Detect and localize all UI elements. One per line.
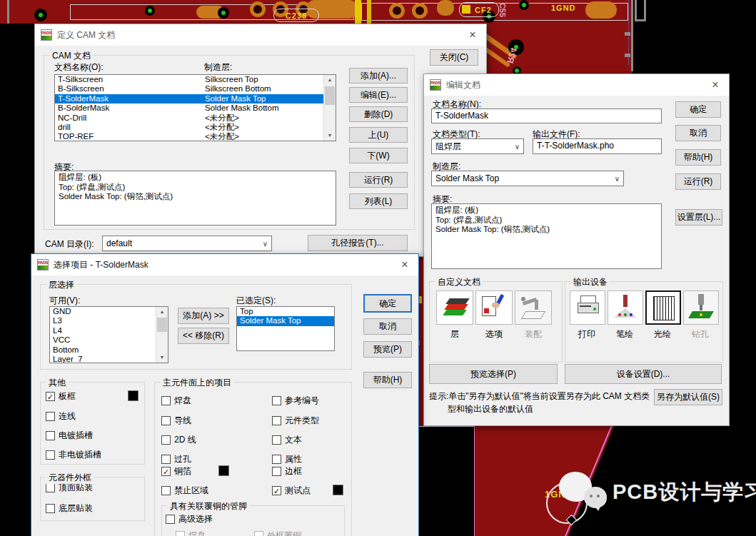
chevron-down-icon[interactable]: ∨ [611,175,623,183]
doc-name-input[interactable]: T-SolderMask [431,108,662,123]
add-layer-button[interactable]: 添加(A) >> [178,308,229,324]
pen-plot-device-button[interactable] [608,290,643,325]
list-item[interactable]: L3 [50,316,168,325]
output-file-input[interactable]: T-T-SolderMask.pho [533,138,662,154]
checkbox-box[interactable] [166,515,175,524]
print-device-button[interactable] [570,290,605,325]
list-button[interactable]: 列表(L) [349,193,408,209]
checkbox-box[interactable] [272,396,281,405]
help-button[interactable]: 帮助(H) [363,372,412,388]
checkbox-border[interactable]: 边框 [272,465,302,477]
checkbox-board-outline[interactable]: ✓ 板框 [46,390,76,403]
checkbox-box[interactable] [272,435,281,445]
list-item[interactable]: Top [237,307,334,316]
close-button[interactable]: 关闭(C) [430,49,478,66]
checkbox-box[interactable] [46,483,55,492]
list-item[interactable]: VCC [50,335,168,345]
checkbox-box[interactable]: ✓ [272,486,281,495]
available-list-scrollbar[interactable]: ▴ ▾ [156,307,168,363]
checkbox-box[interactable] [161,396,171,405]
cancel-button[interactable]: 取消 [675,125,721,141]
cam-doc-row[interactable]: NC-Drill<未分配> [55,113,336,123]
preview-button[interactable]: 预览(P) [363,341,412,358]
device-setup-button[interactable]: 设备设置(D)... [565,364,722,384]
list-item[interactable]: GND [50,307,168,316]
list-item[interactable]: Bottom [50,345,168,355]
help-button[interactable]: 帮助(H) [675,149,721,166]
add-button[interactable]: 添加(A)... [349,68,408,84]
drill-device-button[interactable] [683,290,719,325]
assembly-doc-button[interactable] [515,290,552,325]
scroll-up-icon[interactable]: ▴ [156,307,168,317]
close-icon[interactable]: × [465,29,480,41]
checkbox-box[interactable] [176,531,185,536]
checkbox-ref-designator[interactable]: 参考编号 [272,395,319,407]
cam-doc-row-selected[interactable]: T-SolderMaskSolder Mask Top [55,94,336,103]
list-item-selected[interactable]: Solder Mask Top [237,316,334,325]
checkbox-box[interactable] [46,504,55,513]
preview-select-button[interactable]: 预览选择(P) [429,364,558,384]
checkbox-outline-copper-disabled[interactable]: 外框覆铜 [254,530,301,536]
checkbox-box[interactable]: ✓ [161,467,171,476]
cam-dir-combo[interactable]: default ∨ [102,236,272,251]
checkbox-traces[interactable]: 导线 [161,415,191,427]
checkbox-copper[interactable]: ✓ 铜箔 [161,465,191,477]
delete-button[interactable]: 删除(D) [349,106,408,122]
checkbox-attributes[interactable]: 属性 [272,453,302,465]
checkbox-part-type[interactable]: 元件类型 [272,415,319,427]
select-items-titlebar[interactable]: PADS 选择项目 - T-SolderMask × [31,254,418,275]
checkbox-text[interactable]: 文本 [272,434,302,446]
scroll-up-icon[interactable]: ▴ [324,75,336,85]
checkbox-box[interactable] [161,435,171,445]
checkbox-keepout[interactable]: 禁止区域 [161,485,208,497]
remove-layer-button[interactable]: << 移除(R) [178,328,229,344]
cam-doc-row[interactable]: TOP-REF<未分配> [55,132,336,141]
doc-type-combo[interactable]: 阻焊层 ∨ [431,138,524,154]
checkbox-box[interactable]: ✓ [46,392,55,401]
define-cam-titlebar[interactable]: PADS 定义 CAM 文档 × [35,24,486,46]
checkbox-vias[interactable]: 过孔 [161,453,191,465]
chevron-down-icon[interactable]: ∨ [511,143,523,151]
checkbox-box[interactable] [272,416,281,425]
checkbox-testpoints[interactable]: ✓ 测试点 [272,485,311,497]
checkbox-plated-slots[interactable]: 电镀插槽 [46,430,93,442]
checkbox-advanced-select[interactable]: 高级选择 [166,513,213,525]
checkbox-box[interactable] [46,450,55,460]
cam-doc-row[interactable]: B-SolderMaskSolder Mask Bottom [55,103,336,113]
checkbox-box[interactable] [161,416,171,425]
edit-button[interactable]: 编辑(E)... [349,87,408,103]
doc-list-scrollbar[interactable]: ▴ ▾ [323,75,336,141]
ok-button[interactable]: 确定 [363,294,412,313]
cam-doc-row[interactable]: drill<未分配> [55,123,336,132]
aperture-report-button[interactable]: 孔径报告(T)... [308,235,408,251]
cam-doc-list[interactable]: T-SilkscreenSilkscreen Top B-SilkscreenS… [54,74,336,141]
checkbox-box[interactable] [272,467,281,476]
checkbox-nonplated-slots[interactable]: 非电镀插槽 [46,449,101,461]
checkbox-pads-disabled[interactable]: 焊盘 [176,530,206,536]
options-doc-button[interactable] [475,290,513,325]
testpoint-color-swatch[interactable] [333,485,343,495]
close-icon[interactable]: × [397,258,413,271]
scroll-down-icon[interactable]: ▾ [156,353,168,363]
photo-plot-device-button[interactable] [645,290,681,325]
run-button[interactable]: 运行(R) [349,172,408,188]
checkbox-box[interactable] [46,431,55,440]
checkbox-bottom-mount[interactable]: 底层贴装 [46,502,93,515]
checkbox-box[interactable] [272,455,281,464]
up-button[interactable]: 上(U) [349,127,408,143]
save-as-default-button[interactable]: 另存为默认值(S) [654,389,722,405]
checkbox-2d-lines[interactable]: 2D 线 [161,434,196,446]
cam-doc-row[interactable]: B-SilkscreenSilkscreen Bottom [55,84,336,93]
available-list[interactable]: GND L3 L4 VCC Bottom Layer_7 ▴ ▾ [49,306,168,363]
checkbox-box[interactable] [46,412,55,421]
checkbox-pads[interactable]: 焊盘 [161,395,191,407]
board-outline-color-swatch[interactable] [128,390,138,401]
scroll-down-icon[interactable]: ▾ [324,131,336,141]
layers-doc-button[interactable] [436,290,473,325]
set-layers-button[interactable]: 设置层(L)... [675,209,722,226]
checkbox-box[interactable] [161,455,171,464]
cam-doc-row[interactable]: T-SilkscreenSilkscreen Top [55,75,336,84]
checkbox-connections[interactable]: 连线 [46,410,76,423]
cancel-button[interactable]: 取消 [363,318,412,335]
run-button[interactable]: 运行(R) [675,173,721,190]
